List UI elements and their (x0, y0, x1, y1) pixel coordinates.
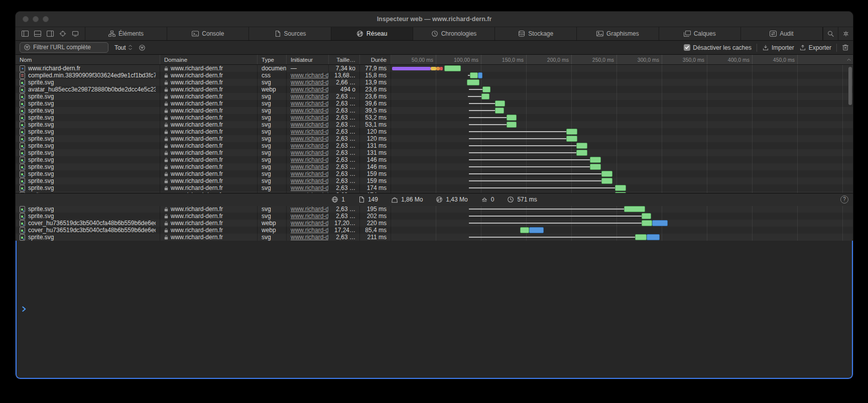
resource-initiator[interactable]: — (291, 65, 297, 72)
resource-initiator[interactable]: www.richard-d… (291, 220, 329, 227)
resource-initiator[interactable]: www.richard-d… (291, 213, 329, 220)
filter-options-icon[interactable] (139, 45, 146, 51)
table-row[interactable]: sprite.svg www.richard-dern.fr svg www.r… (16, 107, 853, 114)
resource-name: sprite.svg (28, 234, 54, 241)
resource-initiator[interactable]: www.richard-d… (291, 86, 329, 93)
img-file-icon (20, 143, 25, 149)
titlebar[interactable]: Inspecteur web — www.richard-dern.fr (16, 12, 853, 27)
zoom-button[interactable] (43, 16, 49, 22)
resource-initiator[interactable]: www.richard-d… (291, 135, 329, 142)
resource-initiator[interactable]: www.richard-d… (291, 206, 329, 213)
resource-name: sprite.svg (28, 177, 54, 184)
close-button[interactable] (23, 16, 29, 22)
table-row[interactable]: sprite.svg www.richard-dern.fr svg www.r… (16, 93, 853, 100)
resource-initiator[interactable]: www.richard-d… (291, 100, 329, 107)
table-row[interactable]: avatar_hu85ecc3e298728880b0bde2dcc4e5c23… (16, 86, 853, 93)
table-row[interactable]: www.richard-dern.fr www.richard-dern.fr … (16, 65, 853, 72)
column-header-domaine[interactable]: Domaine (160, 55, 258, 64)
resource-domain: www.richard-dern.fr (171, 79, 223, 86)
resource-name: sprite.svg (28, 107, 54, 114)
resource-initiator[interactable]: www.richard-d… (291, 128, 329, 135)
resource-initiator[interactable]: www.richard-d… (291, 79, 329, 86)
tab-stockage[interactable]: Stockage (495, 27, 577, 40)
waterfall-orange-segment (436, 67, 440, 70)
resource-size: 13,68… (334, 72, 355, 79)
clear-network-icon[interactable] (842, 44, 849, 51)
minimize-button[interactable] (33, 16, 39, 22)
element-picker-icon[interactable] (59, 31, 66, 37)
table-row[interactable]: cover_hu736519dc3b5040cfa48b6b559b6de6ec… (16, 227, 853, 234)
column-header-duree[interactable]: Durée (360, 55, 391, 64)
img-file-icon (20, 234, 25, 241)
waterfall-line-segment (468, 96, 481, 97)
resource-domain: www.richard-dern.fr (171, 128, 223, 135)
resource-duration: 146 ms (367, 163, 387, 170)
table-row[interactable]: sprite.svg www.richard-dern.fr svg www.r… (16, 206, 853, 213)
img-file-icon (20, 227, 25, 234)
resource-initiator[interactable]: www.richard-d… (291, 170, 329, 177)
resource-initiator[interactable]: www.richard-d… (291, 156, 329, 163)
tab-audit[interactable]: Audit (741, 27, 823, 40)
table-row[interactable]: sprite.svg www.richard-dern.fr svg www.r… (16, 114, 853, 121)
resource-domain: www.richard-dern.fr (171, 163, 223, 170)
tab-sources[interactable]: Sources (249, 27, 331, 40)
waterfall-green-segment (601, 171, 612, 177)
table-row[interactable]: compiled.min.38390909f303624ed9e1cf1bd3f… (16, 72, 853, 79)
resource-initiator[interactable]: www.richard-d… (291, 142, 329, 149)
tab-chronologies[interactable]: Chronologies (413, 27, 495, 40)
url-filter-input[interactable]: Filtrer l’URL complète (20, 42, 108, 53)
tab-console[interactable]: Console (167, 27, 249, 40)
resource-initiator[interactable]: www.richard-d… (291, 121, 329, 128)
resource-initiator[interactable]: www.richard-d… (291, 163, 329, 170)
dock-right-icon[interactable] (47, 31, 54, 37)
dock-bottom-icon[interactable] (34, 31, 41, 37)
tab-graphismes[interactable]: Graphismes (577, 27, 659, 40)
help-button[interactable]: ? (840, 195, 848, 204)
column-header-taille[interactable]: Taille… (329, 55, 360, 64)
table-row[interactable]: sprite.svg www.richard-dern.fr svg www.r… (16, 79, 853, 86)
search-icon[interactable] (823, 27, 838, 40)
resource-initiator[interactable]: www.richard-d… (291, 227, 329, 234)
resource-initiator[interactable]: www.richard-d… (291, 184, 329, 191)
resource-initiator[interactable]: www.richard-d… (291, 149, 329, 156)
resource-initiator[interactable]: www.richard-d… (291, 72, 329, 79)
img-file-icon (20, 93, 25, 100)
table-row[interactable]: sprite.svg www.richard-dern.fr svg www.r… (16, 213, 853, 220)
table-scrollbar[interactable] (848, 67, 852, 105)
scroll-top-icon[interactable] (846, 56, 851, 62)
resource-initiator[interactable]: www.richard-d… (291, 114, 329, 121)
table-row[interactable]: sprite.svg www.richard-dern.fr svg www.r… (16, 234, 853, 241)
waterfall-line-segment (469, 223, 642, 224)
table-row[interactable]: sprite.svg www.richard-dern.fr svg www.r… (16, 149, 853, 156)
resource-initiator[interactable]: www.richard-d… (291, 107, 329, 114)
dock-left-icon[interactable] (22, 31, 29, 37)
table-row[interactable]: sprite.svg www.richard-dern.fr svg www.r… (16, 184, 853, 191)
table-row[interactable]: sprite.svg www.richard-dern.fr svg www.r… (16, 163, 853, 170)
resource-initiator[interactable]: www.richard-d… (291, 234, 329, 241)
tab-calques[interactable]: Calques (659, 27, 741, 40)
table-row[interactable]: sprite.svg www.richard-dern.fr svg www.r… (16, 135, 853, 142)
table-row[interactable]: sprite.svg www.richard-dern.fr svg www.r… (16, 177, 853, 184)
export-button[interactable]: Exporter (799, 44, 831, 51)
tab-elements[interactable]: Éléments (85, 27, 167, 40)
device-icon[interactable] (72, 31, 79, 37)
table-row[interactable]: cover_hu736519dc3b5040cfa48b6b559b6de6ec… (16, 220, 853, 227)
table-row[interactable]: sprite.svg www.richard-dern.fr svg www.r… (16, 121, 853, 128)
column-header-initiateur[interactable]: Initiateur (287, 55, 329, 64)
table-row[interactable]: sprite.svg www.richard-dern.fr svg www.r… (16, 100, 853, 107)
gear-icon[interactable] (838, 27, 853, 40)
tab-reseau[interactable]: Réseau (331, 27, 413, 40)
resource-initiator[interactable]: www.richard-d… (291, 177, 329, 184)
import-button[interactable]: Importer (762, 44, 794, 51)
column-header-type[interactable]: Type (258, 55, 287, 64)
table-row[interactable]: sprite.svg www.richard-dern.fr svg www.r… (16, 128, 853, 135)
disable-caches-checkbox[interactable]: Désactiver les caches (684, 44, 752, 51)
console-prompt[interactable] (16, 239, 853, 379)
table-row[interactable]: sprite.svg www.richard-dern.fr svg www.r… (16, 170, 853, 177)
table-row[interactable]: sprite.svg www.richard-dern.fr svg www.r… (16, 156, 853, 163)
column-header-nom[interactable]: Nom (16, 55, 160, 64)
resource-duration: 120 ms (367, 135, 387, 142)
resource-initiator[interactable]: www.richard-d… (291, 93, 329, 100)
type-filter-select[interactable]: Tout (114, 44, 133, 51)
table-row[interactable]: sprite.svg www.richard-dern.fr svg www.r… (16, 142, 853, 149)
